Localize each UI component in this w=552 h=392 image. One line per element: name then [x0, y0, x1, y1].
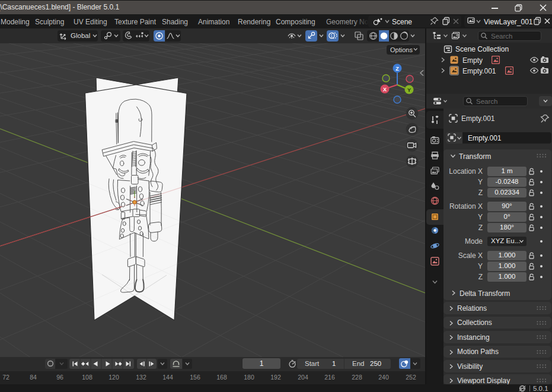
svg-text:Y: Y	[407, 87, 411, 93]
svg-text:Options: Options	[390, 46, 413, 53]
svg-text:X: X	[383, 87, 387, 93]
svg-text:Z: Z	[395, 66, 399, 72]
